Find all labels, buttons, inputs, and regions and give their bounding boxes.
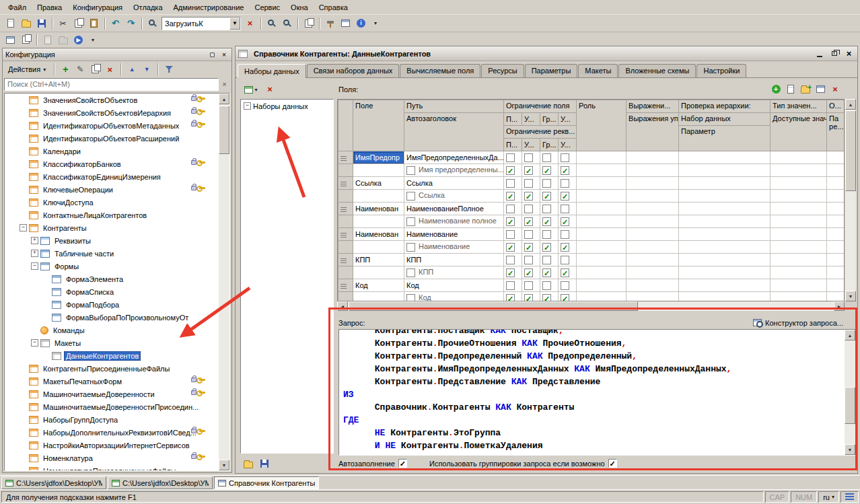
checkbox-checked[interactable]: ✓ xyxy=(524,268,533,277)
help-button[interactable]: i xyxy=(353,16,369,31)
field-table-button[interactable] xyxy=(814,83,827,95)
usage-cell[interactable]: ✓ xyxy=(559,164,577,177)
restriction-cell[interactable] xyxy=(504,151,522,164)
menu-item[interactable]: Файл xyxy=(3,1,32,13)
checkbox-checked[interactable]: ✓ xyxy=(542,192,551,201)
field-name-cell[interactable]: ИмяПредопр xyxy=(353,151,404,164)
tree-item[interactable]: КлассификаторБанков xyxy=(5,157,219,170)
auto-title-cell[interactable]: Код xyxy=(404,292,504,302)
col-p[interactable]: П... xyxy=(504,113,522,126)
col-role[interactable]: Роль xyxy=(577,100,626,151)
global-search-combo[interactable]: ЗагрузитьК ▼ xyxy=(162,17,241,30)
usage-cell[interactable]: ✓ xyxy=(522,190,540,203)
add-field-doc-button[interactable] xyxy=(784,83,797,95)
delete-field-button[interactable]: × xyxy=(828,83,842,95)
toolbar2-options-button[interactable]: ▾ xyxy=(86,34,100,46)
usage-cell[interactable]: ✓ xyxy=(540,190,559,203)
usage-cell[interactable]: ✓ xyxy=(504,164,522,177)
checkbox-checked[interactable]: ✓ xyxy=(506,166,515,175)
checkbox-unchecked[interactable] xyxy=(542,153,551,162)
tab-8[interactable]: Настройки xyxy=(696,64,746,77)
edit-object-button[interactable]: ✎ xyxy=(73,63,87,75)
empty-cell[interactable] xyxy=(577,228,626,241)
checkbox-unchecked[interactable] xyxy=(406,166,415,175)
checkbox-unchecked[interactable] xyxy=(506,281,515,290)
scroll-thumb[interactable] xyxy=(845,110,856,191)
field-name-cell[interactable]: КПП xyxy=(353,254,404,266)
add-folder-button[interactable] xyxy=(799,83,812,95)
empty-cell[interactable] xyxy=(626,151,679,164)
disabled-button-1[interactable] xyxy=(40,32,55,47)
checkbox-unchecked[interactable] xyxy=(506,205,515,213)
fields-hscrollbar[interactable]: ◄ ► xyxy=(337,301,845,311)
empty-cell[interactable] xyxy=(827,228,845,241)
empty-cell[interactable] xyxy=(771,203,827,215)
expand-icon[interactable]: + xyxy=(31,250,38,257)
empty-cell[interactable] xyxy=(626,203,679,215)
tree-item[interactable]: ЗначенияСвойствОбъектовИерархия xyxy=(5,106,219,119)
col-hierarchy[interactable]: Проверка иерархии: xyxy=(679,100,771,113)
tree-item[interactable]: МашиночитаемыеДоверенностиПрисоедин... xyxy=(5,400,219,413)
find-button[interactable] xyxy=(145,16,160,31)
empty-cell[interactable] xyxy=(626,279,679,292)
usage-cell[interactable]: ✓ xyxy=(522,266,540,279)
empty-cell[interactable] xyxy=(679,228,771,241)
tree-item[interactable]: −Макеты xyxy=(5,336,219,349)
col-path[interactable]: Путь xyxy=(404,100,504,113)
usage-cell[interactable]: ✓ xyxy=(559,266,577,279)
checkbox-unchecked[interactable] xyxy=(524,153,533,162)
usage-cell[interactable]: ✓ xyxy=(559,292,577,302)
filter-button[interactable] xyxy=(162,63,176,75)
col-u4[interactable]: У... xyxy=(559,139,577,151)
checkbox-unchecked[interactable] xyxy=(561,153,569,162)
split-window-button[interactable] xyxy=(18,32,34,47)
empty-cell[interactable] xyxy=(827,177,845,190)
empty-cell[interactable] xyxy=(626,228,679,241)
checkbox-unchecked[interactable] xyxy=(542,230,551,239)
clear-search-button[interactable]: × xyxy=(219,78,230,91)
empty-cell[interactable] xyxy=(679,203,771,215)
usage-cell[interactable]: ✓ xyxy=(540,164,559,177)
empty-cell[interactable] xyxy=(577,254,626,266)
checkbox-checked[interactable]: ✓ xyxy=(561,217,569,226)
usage-cell[interactable]: ✓ xyxy=(540,241,559,254)
restriction-cell[interactable] xyxy=(522,203,540,215)
menu-item[interactable]: Окна xyxy=(285,1,314,13)
restriction-cell[interactable] xyxy=(559,151,577,164)
tree-item[interactable]: КлассификаторЕдиницИзмерения xyxy=(5,170,219,183)
checkbox-unchecked[interactable] xyxy=(561,205,569,213)
scroll-up-icon[interactable]: ▲ xyxy=(219,94,229,104)
checkbox-checked[interactable]: ✓ xyxy=(506,243,515,252)
checkbox-unchecked[interactable] xyxy=(406,192,415,201)
usage-cell[interactable]: ✓ xyxy=(522,292,540,302)
restriction-cell[interactable] xyxy=(559,203,577,215)
tab-4[interactable]: Ресурсы xyxy=(481,64,524,77)
collapse-icon[interactable]: − xyxy=(20,224,27,231)
row-drag-handle[interactable] xyxy=(338,254,353,266)
restriction-cell[interactable] xyxy=(504,228,522,241)
tab-2[interactable]: Связи наборов данных xyxy=(307,64,400,77)
checkbox-unchecked[interactable] xyxy=(506,153,515,162)
scroll-thumb[interactable] xyxy=(349,301,638,311)
close-window-button[interactable]: × xyxy=(843,48,855,59)
minimize-button[interactable] xyxy=(814,48,825,59)
settings-button[interactable] xyxy=(840,491,859,503)
pin-button[interactable] xyxy=(207,50,217,59)
tree-item[interactable]: ФормаСписка xyxy=(5,285,219,298)
empty-cell[interactable] xyxy=(577,151,626,164)
restriction-cell[interactable] xyxy=(559,177,577,190)
col-attr-restriction[interactable]: Ограничение рекв... xyxy=(504,126,577,139)
checkbox-unchecked[interactable] xyxy=(561,281,569,290)
autofill-checkbox-group[interactable]: Автозаполнение ✓ xyxy=(338,459,407,468)
query-scrollbar[interactable]: ▲ ▼ xyxy=(845,330,855,455)
row-drag-handle[interactable] xyxy=(338,177,353,190)
dcs-window-titlebar[interactable]: Справочник Контрагенты: ДанныеКонтрагент… xyxy=(236,46,857,61)
empty-cell[interactable] xyxy=(679,151,771,164)
tree-item[interactable]: ДанныеКонтрагентов xyxy=(5,349,219,362)
row-drag-handle[interactable] xyxy=(338,203,353,215)
field-path-cell[interactable]: Код xyxy=(404,279,504,292)
usage-cell[interactable]: ✓ xyxy=(504,215,522,228)
restriction-cell[interactable] xyxy=(504,254,522,266)
scroll-down-icon[interactable]: ▼ xyxy=(845,444,855,455)
fields-vscrollbar[interactable]: ▲ ▼ xyxy=(845,99,856,301)
